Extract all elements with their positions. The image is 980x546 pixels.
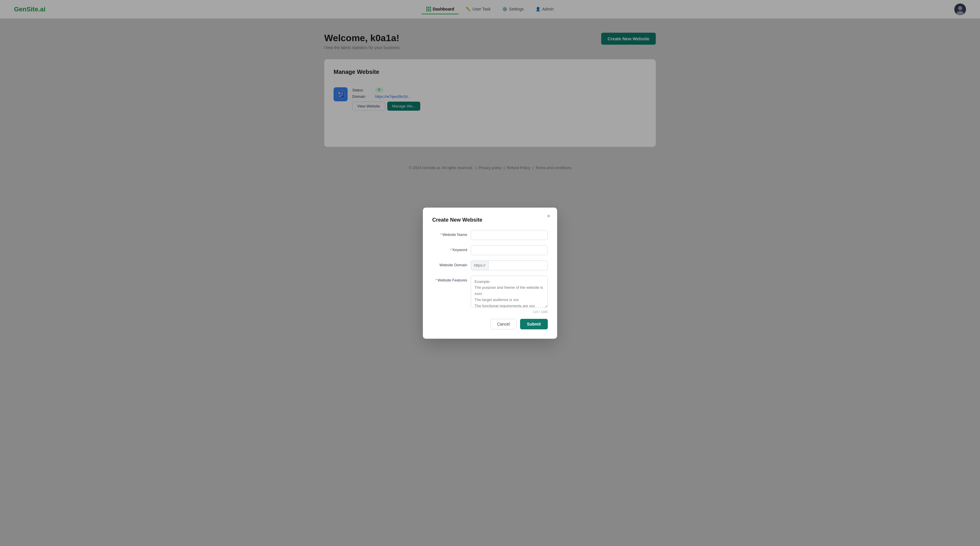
keyword-row: *Keyword	[432, 245, 548, 255]
required-indicator-3: *	[436, 278, 437, 282]
keyword-input[interactable]	[471, 245, 548, 255]
required-indicator-2: *	[450, 248, 452, 252]
domain-row-modal: Website Domain https://	[432, 261, 548, 271]
keyword-label: *Keyword	[432, 245, 467, 252]
domain-prefix: https://	[471, 261, 488, 270]
website-name-row: *Website Name	[432, 230, 548, 240]
modal-title: Create New Website	[432, 217, 548, 223]
domain-label-modal: Website Domain	[432, 261, 467, 267]
features-wrapper: 119 / 1000	[471, 275, 548, 314]
domain-input-wrapper: https://	[471, 261, 548, 271]
modal-close-button[interactable]: ×	[544, 212, 552, 220]
char-count: 119 / 1000	[471, 310, 548, 314]
submit-button[interactable]: Submit	[520, 319, 548, 330]
required-indicator: *	[441, 232, 442, 237]
domain-input[interactable]	[488, 261, 547, 270]
features-label: *Website Features	[432, 275, 467, 282]
cancel-button[interactable]: Cancel	[490, 319, 517, 330]
create-website-modal: Create New Website × *Website Name *Keyw…	[423, 208, 557, 339]
features-row: *Website Features 119 / 1000	[432, 275, 548, 314]
features-textarea[interactable]	[471, 275, 548, 308]
modal-overlay[interactable]: Create New Website × *Website Name *Keyw…	[0, 0, 980, 546]
website-name-label: *Website Name	[432, 230, 467, 237]
website-name-input[interactable]	[471, 230, 548, 240]
modal-footer: Cancel Submit	[432, 319, 548, 330]
